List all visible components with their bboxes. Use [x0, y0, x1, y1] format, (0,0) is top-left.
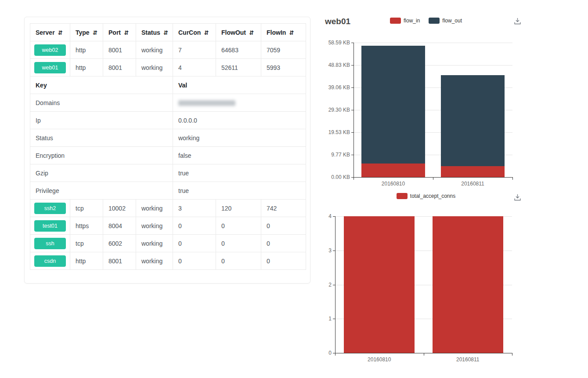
y-axis-label: 9.77 KB [315, 152, 350, 158]
cell-type: https [70, 217, 103, 235]
cell-status: working [136, 41, 173, 59]
sort-icon[interactable]: ⇵ [249, 29, 254, 36]
cell-curcon: 4 [173, 59, 216, 76]
server-table: Server⇵Type⇵Port⇵Status⇵CurCon⇵FlowOut⇵F… [30, 23, 306, 270]
gridline [354, 43, 512, 43]
cell-type: tcp [70, 235, 103, 252]
x-axis-tick [354, 178, 354, 180]
legend-swatch [397, 193, 408, 199]
save-as-image-icon[interactable] [513, 17, 522, 25]
table-row: web02http8001working7646837059 [30, 41, 306, 59]
cell-flowin: 5993 [261, 59, 306, 76]
sort-icon[interactable]: ⇵ [289, 29, 294, 36]
y-axis-label: 1 [296, 316, 332, 322]
kv-key: Ip [30, 112, 173, 129]
column-header-flowin[interactable]: FlowIn⇵ [261, 24, 306, 41]
redacted-domains-value [178, 100, 235, 106]
cell-flowout: 0 [216, 217, 261, 235]
sort-icon[interactable]: ⇵ [204, 29, 209, 36]
table-row: csdnhttp8001working000 [30, 252, 306, 270]
column-label: FlowIn [267, 29, 286, 36]
server-badge-ssh[interactable]: ssh [34, 238, 66, 249]
cell-type: tcp [70, 200, 103, 217]
kv-value: false [173, 147, 306, 164]
kv-row: Ip0.0.0.0 [30, 112, 306, 129]
cell-flowin: 0 [261, 252, 306, 270]
legend-item-total_accept_conns[interactable]: total_accept_conns [397, 193, 455, 199]
kv-value [173, 94, 306, 112]
sort-icon[interactable]: ⇵ [58, 29, 63, 36]
cell-port: 10002 [103, 200, 136, 217]
cell-status: working [136, 217, 173, 235]
kv-value: working [173, 129, 306, 147]
x-axis-tick [424, 353, 424, 356]
kv-header-row: KeyVal [30, 76, 306, 94]
column-label: FlowOut [221, 29, 246, 36]
legend-item-flow_in[interactable]: flow_in [390, 18, 420, 24]
chart-total-accept-conns: total_accept_conns 012342016081020160811 [325, 190, 527, 366]
legend-swatch [429, 18, 440, 24]
cell-port: 6002 [103, 235, 136, 252]
kv-row: Statusworking [30, 129, 306, 147]
column-label: Status [141, 29, 160, 36]
sort-icon[interactable]: ⇵ [163, 29, 168, 36]
cell-port: 8001 [103, 41, 136, 59]
save-as-image-icon[interactable] [513, 193, 522, 201]
x-axis-label: 20160810 [335, 356, 424, 363]
table-row: web01http8001working4526115993 [30, 59, 306, 76]
x-axis-tick [512, 353, 512, 356]
server-table-card: Server⇵Type⇵Port⇵Status⇵CurCon⇵FlowOut⇵F… [24, 17, 310, 284]
sort-icon[interactable]: ⇵ [124, 29, 129, 36]
column-header-flowout[interactable]: FlowOut⇵ [216, 24, 261, 41]
cell-type: http [70, 41, 103, 59]
cell-flowout: 64683 [216, 41, 261, 59]
y-axis-label: 0 [296, 350, 332, 356]
column-header-port[interactable]: Port⇵ [103, 24, 136, 41]
kv-row: Privilegetrue [30, 182, 306, 200]
kv-key: Encryption [30, 147, 173, 164]
cell-server: web02 [30, 41, 70, 59]
legend-item-flow_out[interactable]: flow_out [429, 18, 462, 24]
column-header-server[interactable]: Server⇵ [30, 24, 70, 41]
kv-value: 0.0.0.0 [173, 112, 306, 129]
bar-total_accept_conns-20160811 [433, 216, 503, 353]
cell-type: http [70, 59, 103, 76]
cell-flowin: 0 [261, 217, 306, 235]
bar-flow_out-20160811 [441, 75, 505, 166]
column-header-type[interactable]: Type⇵ [70, 24, 103, 41]
cell-flowout: 0 [216, 252, 261, 270]
y-axis-label: 58.59 KB [315, 40, 350, 46]
cell-status: working [136, 235, 173, 252]
server-badge-ssh2[interactable]: ssh2 [34, 203, 66, 214]
y-axis-label: 2 [296, 282, 332, 288]
cell-server: ssh2 [30, 200, 70, 217]
server-badge-web01[interactable]: web01 [34, 62, 66, 73]
column-header-status[interactable]: Status⇵ [136, 24, 173, 41]
x-axis-label: 20160811 [433, 181, 512, 187]
legend-label: flow_in [404, 18, 420, 24]
kv-key: Gzip [30, 164, 173, 182]
kv-key: Privilege [30, 182, 173, 200]
y-axis-line [335, 216, 335, 353]
sort-icon[interactable]: ⇵ [93, 29, 97, 36]
x-axis-label: 20160811 [424, 356, 512, 363]
y-axis-label: 19.53 KB [315, 129, 350, 135]
column-header-curcon[interactable]: CurCon⇵ [173, 24, 216, 41]
table-header-row: Server⇵Type⇵Port⇵Status⇵CurCon⇵FlowOut⇵F… [30, 24, 306, 41]
x-axis-line [354, 177, 513, 178]
cell-server: web01 [30, 59, 70, 76]
server-badge-csdn[interactable]: csdn [34, 255, 66, 267]
table-row: sshtcp6002working000 [30, 235, 306, 252]
bar-flow_out-20160810 [361, 46, 425, 164]
cell-server: test01 [30, 217, 70, 235]
cell-flowin: 7059 [261, 41, 306, 59]
column-label: Type [76, 29, 90, 36]
y-axis-label: 3 [296, 247, 332, 254]
kv-key: Domains [30, 94, 173, 112]
y-axis-label: 48.83 KB [315, 62, 350, 68]
server-badge-test01[interactable]: test01 [34, 220, 66, 232]
cell-curcon: 0 [173, 235, 216, 252]
x-axis-tick [335, 353, 335, 356]
server-badge-web02[interactable]: web02 [34, 44, 66, 56]
cell-status: working [136, 59, 173, 76]
